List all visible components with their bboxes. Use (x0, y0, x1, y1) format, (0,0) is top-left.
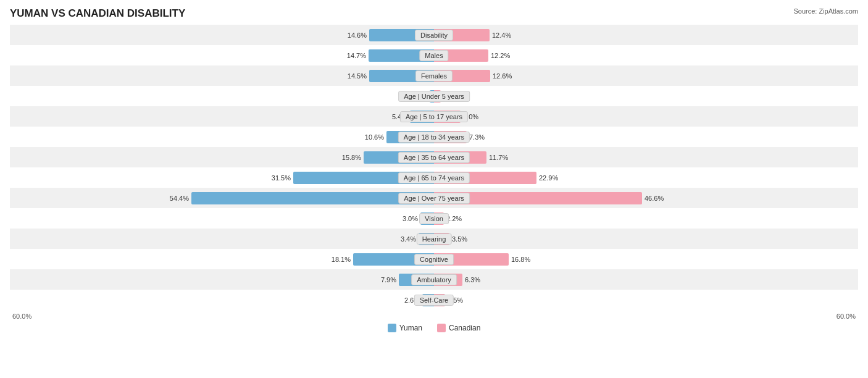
legend-label-canadian: Canadian (449, 324, 480, 332)
right-side: 12.6% (434, 65, 858, 86)
right-side: 11.7% (434, 147, 858, 167)
right-side: 6.0% (434, 106, 858, 127)
left-side: 18.1% (10, 249, 434, 269)
legend-yuman: Yuman (388, 324, 422, 332)
left-value: 14.5% (343, 72, 367, 80)
chart-row: 3.4% Hearing 3.5% (10, 229, 858, 249)
right-side: 22.9% (434, 167, 858, 188)
right-value: 22.9% (539, 174, 562, 182)
chart-row: 5.4% Age | 5 to 17 years 6.0% (10, 106, 858, 127)
chart-row: 14.7% Males 12.2% (10, 45, 858, 65)
left-value: 14.7% (343, 52, 366, 59)
axis-row: 60.0% 60.0% (10, 313, 858, 320)
row-inner: 10.6% Age | 18 to 34 years 7.3% (10, 127, 858, 147)
right-value: 12.6% (493, 72, 516, 80)
right-side: 2.5% (434, 290, 858, 310)
chart-area: 14.6% Disability 12.4% 14.7% Males 12 (10, 25, 858, 310)
chart-row: 10.6% Age | 18 to 34 years 7.3% (10, 127, 858, 147)
right-value: 16.8% (511, 256, 535, 263)
chart-row: 18.1% Cognitive 16.8% (10, 249, 858, 269)
center-label: Ambulatory (411, 274, 457, 285)
chart-row: 2.6% Self-Care 2.5% (10, 290, 858, 310)
legend: Yuman Canadian (10, 324, 858, 332)
left-side: 0.95% (10, 86, 434, 106)
right-value: 12.4% (492, 32, 515, 39)
row-inner: 3.0% Vision 2.2% (10, 208, 858, 229)
chart-row: 54.4% Age | Over 75 years 46.6% (10, 188, 858, 208)
right-value: 12.2% (491, 52, 514, 59)
left-side: 2.6% (10, 290, 434, 310)
center-label: Hearing (417, 233, 452, 245)
row-inner: 5.4% Age | 5 to 17 years 6.0% (10, 106, 858, 127)
center-label: Age | Under 5 years (398, 91, 470, 102)
left-side: 31.5% (10, 167, 434, 188)
left-side: 14.6% (10, 25, 434, 45)
row-inner: 31.5% Age | 65 to 74 years 22.9% (10, 167, 858, 188)
chart-title: YUMAN VS CANADIAN DISABILITY (10, 7, 185, 20)
chart-row: 14.5% Females 12.6% (10, 65, 858, 86)
row-inner: 14.5% Females 12.6% (10, 65, 858, 86)
center-label: Vision (419, 213, 449, 224)
center-label: Cognitive (414, 254, 454, 265)
axis-right: 60.0% (434, 313, 858, 320)
right-side: 3.5% (434, 229, 858, 249)
row-inner: 2.6% Self-Care 2.5% (10, 290, 858, 310)
chart-row: 3.0% Vision 2.2% (10, 208, 858, 229)
chart-row: 7.9% Ambulatory 6.3% (10, 269, 858, 290)
left-value: 3.0% (394, 215, 418, 222)
center-label: Females (415, 70, 453, 82)
title-row: YUMAN VS CANADIAN DISABILITY Source: Zip… (10, 7, 858, 20)
center-label: Self-Care (414, 295, 454, 306)
left-value: 54.4% (165, 195, 189, 202)
left-side: 7.9% (10, 269, 434, 290)
right-side: 12.2% (434, 45, 858, 65)
chart-row: 31.5% Age | 65 to 74 years 22.9% (10, 167, 858, 188)
right-value: 2.2% (446, 215, 470, 222)
blue-bar (191, 192, 434, 204)
left-side: 54.4% (10, 188, 434, 208)
row-inner: 14.7% Males 12.2% (10, 45, 858, 65)
left-value: 31.5% (267, 174, 291, 182)
chart-row: 0.95% Age | Under 5 years 1.5% (10, 86, 858, 106)
left-side: 5.4% (10, 106, 434, 127)
center-label: Age | 35 to 64 years (398, 152, 470, 163)
row-inner: 7.9% Ambulatory 6.3% (10, 269, 858, 290)
right-value: 7.3% (469, 133, 493, 141)
legend-label-yuman: Yuman (399, 324, 422, 332)
left-side: 10.6% (10, 127, 434, 147)
left-value: 14.6% (343, 32, 367, 39)
center-label: Age | 18 to 34 years (398, 132, 470, 143)
row-inner: 18.1% Cognitive 16.8% (10, 249, 858, 269)
center-label: Disability (415, 30, 453, 41)
left-value: 7.9% (373, 276, 396, 284)
axis-left: 60.0% (10, 313, 434, 320)
row-inner: 54.4% Age | Over 75 years 46.6% (10, 188, 858, 208)
left-side: 14.5% (10, 65, 434, 86)
right-side: 46.6% (434, 188, 858, 208)
chart-container: YUMAN VS CANADIAN DISABILITY Source: Zip… (0, 0, 868, 378)
left-value: 10.6% (361, 133, 384, 141)
right-side: 7.3% (434, 127, 858, 147)
left-side: 15.8% (10, 147, 434, 167)
right-side: 1.5% (434, 86, 858, 106)
left-side: 14.7% (10, 45, 434, 65)
row-inner: 15.8% Age | 35 to 64 years 11.7% (10, 147, 858, 167)
row-inner: 0.95% Age | Under 5 years 1.5% (10, 86, 858, 106)
right-side: 2.2% (434, 208, 858, 229)
row-inner: 3.4% Hearing 3.5% (10, 229, 858, 249)
center-label: Age | 5 to 17 years (400, 111, 468, 122)
center-label: Age | Over 75 years (398, 193, 470, 204)
left-side: 3.4% (10, 229, 434, 249)
right-value: 6.3% (465, 276, 488, 284)
left-value: 15.8% (338, 154, 361, 161)
chart-row: 14.6% Disability 12.4% (10, 25, 858, 45)
right-value: 11.7% (489, 154, 512, 161)
right-side: 12.4% (434, 25, 858, 45)
chart-row: 15.8% Age | 35 to 64 years 11.7% (10, 147, 858, 167)
legend-box-yuman (388, 324, 396, 332)
source-text: Source: ZipAtlas.com (793, 7, 858, 15)
center-label: Males (419, 50, 448, 61)
right-side: 16.8% (434, 249, 858, 269)
left-value: 18.1% (327, 256, 351, 263)
legend-box-canadian (437, 324, 446, 332)
